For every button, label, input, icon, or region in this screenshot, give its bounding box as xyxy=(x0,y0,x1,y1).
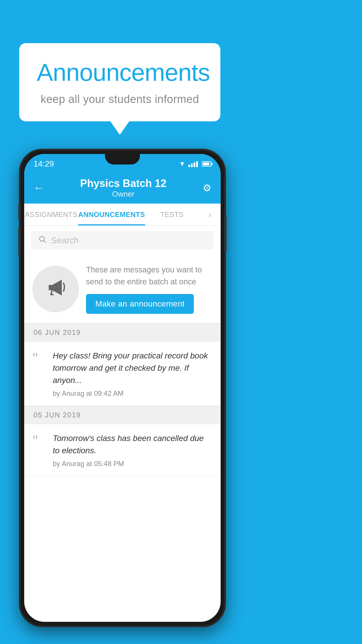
back-button[interactable]: ← xyxy=(34,182,44,194)
wifi-icon: ▼ xyxy=(179,160,185,168)
announcement-meta-2: by Anurag at 05:48 PM xyxy=(53,460,212,468)
svg-point-0 xyxy=(40,237,44,241)
bubble-title: Announcements xyxy=(37,58,203,87)
search-placeholder: Search xyxy=(51,235,79,245)
search-bar-container: Search xyxy=(24,226,221,255)
search-icon xyxy=(38,235,46,245)
announcement-content-2: Tomorrow's class has been cancelled due … xyxy=(53,432,212,468)
speech-bubble-wrapper: Announcements keep all your students inf… xyxy=(19,43,220,121)
status-icons: ▼ xyxy=(179,160,211,168)
bubble-subtitle: keep all your students informed xyxy=(37,93,203,106)
status-time: 14:29 xyxy=(34,159,54,169)
announcement-content-1: Hey class! Bring your practical record b… xyxy=(53,350,212,398)
quote-icon-2: " xyxy=(32,433,47,447)
quote-icon-1: " xyxy=(32,351,47,365)
announcement-item-1[interactable]: " Hey class! Bring your practical record… xyxy=(24,342,221,406)
tabs-bar: ASSIGNMENTS ANNOUNCEMENTS TESTS › xyxy=(24,204,221,226)
announcement-item-2[interactable]: " Tomorrow's class has been cancelled du… xyxy=(24,424,221,476)
announcement-prompt: These are messages you want to send to t… xyxy=(24,255,221,323)
volume-down-button xyxy=(18,226,21,256)
settings-button[interactable]: ⚙ xyxy=(203,182,211,194)
app-header: ← Physics Batch 12 Owner ⚙ xyxy=(24,172,221,204)
signal-icon xyxy=(188,161,198,167)
volume-up-button xyxy=(18,203,21,220)
header-title: Physics Batch 12 xyxy=(80,177,166,190)
announcement-text-2: Tomorrow's class has been cancelled due … xyxy=(53,432,212,457)
date-separator-2: 05 JUN 2019 xyxy=(24,406,221,424)
tab-assignments[interactable]: ASSIGNMENTS xyxy=(24,204,78,225)
announcement-description: These are messages you want to send to t… xyxy=(86,264,212,288)
announcement-meta-1: by Anurag at 09:42 AM xyxy=(53,389,212,398)
phone-outer: 14:29 ▼ ← Phys xyxy=(19,149,226,627)
announcement-right: These are messages you want to send to t… xyxy=(86,264,212,314)
tab-announcements[interactable]: ANNOUNCEMENTS xyxy=(78,204,145,225)
megaphone-icon xyxy=(45,276,66,302)
svg-line-1 xyxy=(44,241,45,242)
megaphone-circle xyxy=(32,266,79,312)
header-subtitle: Owner xyxy=(80,190,166,199)
phone-screen: 14:29 ▼ ← Phys xyxy=(24,154,221,622)
speech-bubble: Announcements keep all your students inf… xyxy=(19,43,220,121)
header-center: Physics Batch 12 Owner xyxy=(80,177,166,199)
date-separator-1: 06 JUN 2019 xyxy=(24,323,221,342)
search-input-wrapper[interactable]: Search xyxy=(31,231,214,249)
power-button xyxy=(224,215,226,253)
tab-tests[interactable]: TESTS xyxy=(145,204,199,225)
tab-more[interactable]: › xyxy=(199,204,221,225)
battery-icon xyxy=(202,161,211,167)
announcement-text-1: Hey class! Bring your practical record b… xyxy=(53,350,212,386)
make-announcement-button[interactable]: Make an announcement xyxy=(86,294,194,314)
phone-device: 14:29 ▼ ← Phys xyxy=(19,149,226,627)
phone-notch xyxy=(105,154,140,164)
